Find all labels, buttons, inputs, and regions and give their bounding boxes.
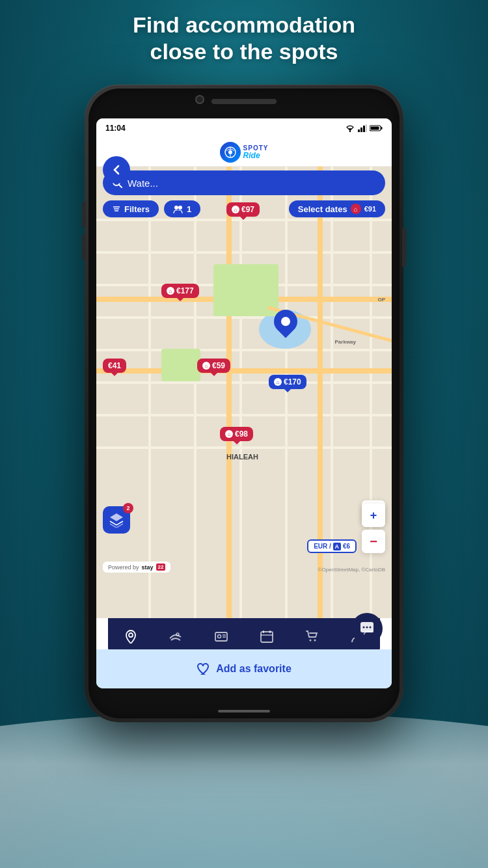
battery-icon [370,124,383,132]
map-park [161,349,200,381]
status-bar: 11:04 [96,118,392,138]
svg-point-17 [178,206,182,210]
side-button-left-bottom [82,234,86,260]
svg-rect-4 [366,124,367,132]
back-icon [111,164,122,176]
add-favorite-text: Add as favorite [216,663,291,675]
map-controls: + − [362,504,385,553]
svg-point-33 [314,640,316,642]
svg-rect-2 [360,128,362,132]
map-area[interactable]: OP Parkway HIALEAH Wate... [96,167,392,618]
airbnb-icon: ⌂ [167,287,174,295]
layers-icon [109,512,124,528]
nav-item-shop[interactable] [305,629,319,644]
location-pin-inner [281,317,290,326]
dates-label: Select dates [298,204,347,214]
nav-item-surf[interactable] [169,629,183,644]
svg-point-23 [176,633,179,636]
map-main-road [226,167,232,618]
map-main-road [96,368,392,373]
price-pin-41[interactable]: €41 [103,359,126,373]
app-bar: SPOTY Ride [96,138,392,167]
surf-nav-icon [169,629,183,644]
map-label-parkway: Parkway [335,339,356,345]
map-road [96,381,392,384]
svg-point-32 [310,640,312,642]
phone-chin [218,710,270,712]
location-nav-icon [124,629,138,644]
osm-attribution: ©OpenStreetMap, ©CartoDB [318,567,385,573]
stay-brand: stay [142,564,154,571]
idcard-nav-icon [214,629,228,644]
map-road [96,251,392,254]
chat-icon [359,620,375,637]
zoom-out-button[interactable]: − [362,530,385,553]
headline-line1: Find accommodation [39,12,449,38]
price-pin-98[interactable]: ⌂ €98 [220,427,253,441]
price-pin-97[interactable]: ⌂ €97 [226,202,260,217]
svg-line-12 [119,185,122,187]
nav-item-id-card[interactable] [214,629,228,644]
phone-speaker [211,99,277,104]
location-pin [274,310,297,338]
price-pin-59[interactable]: ⌂ €59 [197,359,230,373]
logo-svg [224,146,237,159]
heart-icon [197,662,211,676]
airbnb-icon-blue: ⌂ [274,378,282,386]
airbnb-dates-badge: ⌂ [351,204,361,214]
map-road [96,349,392,351]
phone-camera [195,95,204,104]
currency-price: €6 [343,543,350,550]
headline-line2: close to the spots [39,38,449,65]
currency-flag: A [333,543,342,550]
layer-button[interactable]: 2 [103,506,130,534]
chat-button[interactable] [351,613,383,644]
map-road [96,316,392,319]
logo-line2: Ride [243,152,269,159]
guests-button[interactable]: 1 [164,200,200,217]
calendar-nav-icon [260,629,274,644]
location-pin-circle [269,305,303,338]
nav-item-location[interactable] [124,629,138,644]
side-button-right [402,228,406,267]
guests-icon [173,204,183,213]
filter-icon [112,204,121,213]
select-dates-button[interactable]: Select dates ⌂ €91 [289,200,385,217]
back-button[interactable] [103,156,130,183]
svg-rect-1 [358,129,360,132]
airbnb-icon: ⌂ [202,362,210,370]
phone-screen: 11:04 [96,118,392,688]
phone-shell: 11:04 [85,85,403,722]
price-pin-177[interactable]: ⌂ €177 [161,284,199,298]
logo-icon [220,142,241,163]
status-icons [345,124,383,132]
svg-point-21 [370,627,372,629]
currency-bar[interactable]: EUR / A €6 [307,539,357,553]
svg-point-22 [129,633,133,637]
svg-rect-3 [363,126,365,132]
logo-text: SPOTY Ride [243,145,269,159]
search-bar[interactable]: Wate... [103,170,385,195]
map-road [96,446,392,449]
map-road [239,167,242,618]
side-button-left-top [82,202,86,228]
map-label-op: OP [377,297,385,303]
svg-point-25 [218,635,221,638]
bottom-action-bar[interactable]: Add as favorite [96,649,392,688]
wifi-icon [345,124,355,132]
guests-count: 1 [187,204,191,214]
search-text: Wate... [128,178,158,189]
map-road [285,167,288,618]
currency-text: EUR / [314,543,332,550]
price-pin-170[interactable]: ⌂ €170 [269,375,306,389]
svg-point-16 [174,206,178,210]
nav-item-calendar[interactable] [260,629,274,644]
filters-button[interactable]: Filters [103,200,159,217]
headline: Find accommodation close to the spots [0,12,488,65]
stay-number: 22 [156,563,166,571]
layer-badge: 2 [123,503,133,513]
zoom-in-button[interactable]: + [362,504,385,527]
app-logo: SPOTY Ride [220,142,269,163]
map-road [148,167,151,618]
powered-text: Powered by [108,564,139,571]
